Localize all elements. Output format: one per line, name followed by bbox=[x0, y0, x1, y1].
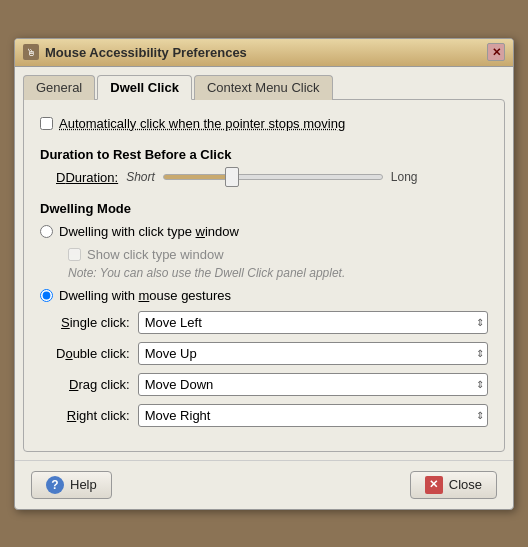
titlebar: 🖱 Mouse Accessibility Preferences ✕ bbox=[15, 39, 513, 67]
single-click-select-wrapper: Move Left Move Right Move Up Move Down bbox=[138, 311, 488, 334]
dwelling-mode-title: Dwelling Mode bbox=[40, 201, 488, 216]
duration-label: DDuration: bbox=[56, 170, 118, 185]
help-label: Help bbox=[70, 477, 97, 492]
radio-window-row: Dwelling with click type window bbox=[40, 224, 488, 239]
sub-options-window: Show click type window Note: You can als… bbox=[40, 247, 488, 280]
tab-context-menu-click[interactable]: Context Menu Click bbox=[194, 75, 333, 100]
duration-slider[interactable] bbox=[163, 174, 383, 180]
radio-gestures-row: Dwelling with mouse gestures bbox=[40, 288, 488, 303]
radio-gestures[interactable] bbox=[40, 289, 53, 302]
single-click-select[interactable]: Move Left Move Right Move Up Move Down bbox=[138, 311, 488, 334]
drag-click-select[interactable]: Move Left Move Right Move Up Move Down bbox=[138, 373, 488, 396]
close-action-icon: ✕ bbox=[425, 476, 443, 494]
help-button[interactable]: ? Help bbox=[31, 471, 112, 499]
double-click-select-wrapper: Move Left Move Right Move Up Move Down bbox=[138, 342, 488, 365]
close-label: Close bbox=[449, 477, 482, 492]
slider-short-label: Short bbox=[126, 170, 155, 184]
gesture-grid: Single click: Move Left Move Right Move … bbox=[40, 311, 488, 427]
radio-window[interactable] bbox=[40, 225, 53, 238]
window-title: Mouse Accessibility Preferences bbox=[45, 45, 247, 60]
window-icon: 🖱 bbox=[23, 44, 39, 60]
dwell-click-panel: Automatically click when the pointer sto… bbox=[23, 99, 505, 452]
auto-click-label[interactable]: Automatically click when the pointer sto… bbox=[59, 116, 345, 131]
drag-click-label: Drag click: bbox=[56, 377, 130, 392]
right-click-select-wrapper: Move Left Move Right Move Up Move Down bbox=[138, 404, 488, 427]
tab-general[interactable]: General bbox=[23, 75, 95, 100]
single-click-label: Single click: bbox=[56, 315, 130, 330]
show-click-window-row: Show click type window bbox=[68, 247, 488, 262]
double-click-label: Double click: bbox=[56, 346, 130, 361]
radio-gestures-label[interactable]: Dwelling with mouse gestures bbox=[59, 288, 231, 303]
tab-bar: General Dwell Click Context Menu Click bbox=[23, 75, 505, 100]
duration-section-title: Duration to Rest Before a Click bbox=[40, 147, 488, 162]
dwelling-mode-section: Dwelling Mode Dwelling with click type w… bbox=[40, 201, 488, 427]
main-content: General Dwell Click Context Menu Click A… bbox=[15, 67, 513, 460]
close-button[interactable]: ✕ Close bbox=[410, 471, 497, 499]
slider-long-label: Long bbox=[391, 170, 418, 184]
right-click-select[interactable]: Move Left Move Right Move Up Move Down bbox=[138, 404, 488, 427]
drag-click-select-wrapper: Move Left Move Right Move Up Move Down bbox=[138, 373, 488, 396]
duration-row: DDuration: Short Long bbox=[40, 170, 488, 185]
show-click-window-label: Show click type window bbox=[87, 247, 224, 262]
show-click-window-checkbox[interactable] bbox=[68, 248, 81, 261]
bottom-bar: ? Help ✕ Close bbox=[15, 460, 513, 509]
titlebar-left: 🖱 Mouse Accessibility Preferences bbox=[23, 44, 247, 60]
help-icon: ? bbox=[46, 476, 64, 494]
tab-dwell-click[interactable]: Dwell Click bbox=[97, 75, 192, 100]
auto-click-checkbox[interactable] bbox=[40, 117, 53, 130]
main-window: 🖱 Mouse Accessibility Preferences ✕ Gene… bbox=[14, 38, 514, 510]
radio-window-label[interactable]: Dwelling with click type window bbox=[59, 224, 239, 239]
right-click-label: Right click: bbox=[56, 408, 130, 423]
window-close-button[interactable]: ✕ bbox=[487, 43, 505, 61]
double-click-select[interactable]: Move Left Move Right Move Up Move Down bbox=[138, 342, 488, 365]
auto-click-row: Automatically click when the pointer sto… bbox=[40, 116, 488, 131]
dwell-note: Note: You can also use the Dwell Click p… bbox=[68, 266, 488, 280]
